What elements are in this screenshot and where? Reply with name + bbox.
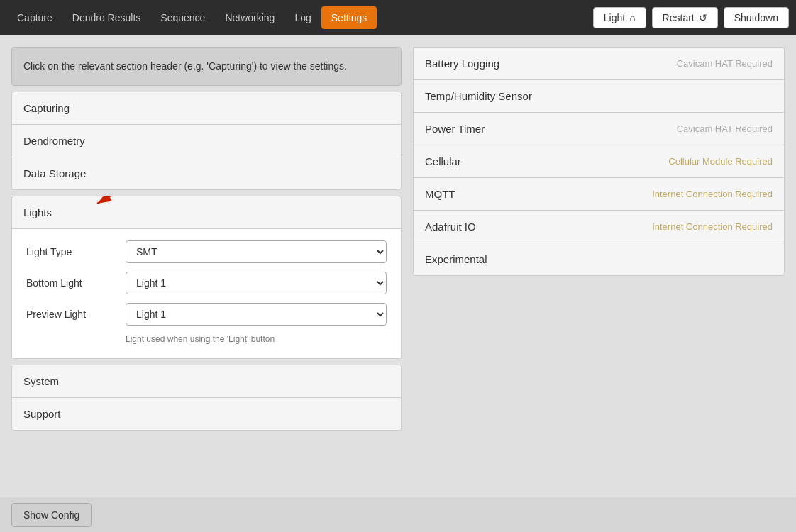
- bottom-light-label: Bottom Light: [26, 277, 126, 289]
- info-box: Click on the relevant section header (e.…: [11, 47, 402, 86]
- nav-item-settings[interactable]: Settings: [321, 6, 377, 29]
- mqtt-label: MQTT: [425, 188, 455, 200]
- restart-button[interactable]: Restart ↺: [652, 7, 718, 28]
- light-icon: ⌂: [629, 12, 635, 23]
- preview-light-select[interactable]: Light 1 Light 2 Light 3: [126, 303, 387, 326]
- preview-light-label: Preview Light: [26, 309, 126, 320]
- shutdown-label: Shutdown: [734, 12, 778, 23]
- svg-line-1: [97, 196, 197, 204]
- bottom-sections: System Support: [11, 365, 402, 431]
- lights-header[interactable]: Lights: [12, 196, 401, 229]
- light-type-row: Light Type SMT LED Halogen: [26, 240, 387, 263]
- section-power-timer[interactable]: Power Timer Cavicam HAT Required: [413, 112, 785, 145]
- experimental-label: Experimental: [425, 253, 487, 265]
- lights-label: Lights: [23, 206, 52, 218]
- section-data-storage[interactable]: Data Storage: [12, 157, 401, 189]
- light-label: Light: [604, 12, 625, 23]
- bottom-bar: Show Config: [0, 497, 796, 532]
- section-mqtt[interactable]: MQTT Internet Connection Required: [413, 177, 785, 210]
- top-sections: Capturing Dendrometry Data Storage: [11, 92, 402, 190]
- nav-item-networking[interactable]: Networking: [215, 6, 284, 29]
- light-type-label: Light Type: [26, 246, 126, 257]
- restart-icon: ↺: [699, 12, 707, 23]
- adafruit-io-req: Internet Connection Required: [652, 221, 773, 232]
- nav-item-sequence[interactable]: Sequence: [150, 6, 215, 29]
- bottom-light-row: Bottom Light Light 1 Light 2 Light 3: [26, 272, 387, 294]
- right-panel: Battery Logging Cavicam HAT Required Tem…: [413, 47, 785, 521]
- power-timer-req: Cavicam HAT Required: [677, 123, 773, 134]
- adafruit-io-label: Adafruit IO: [425, 221, 476, 233]
- section-cellular[interactable]: Cellular Cellular Module Required: [413, 145, 785, 177]
- main-container: Click on the relevant section header (e.…: [0, 35, 796, 532]
- cellular-req: Cellular Module Required: [668, 156, 773, 167]
- show-config-button[interactable]: Show Config: [11, 503, 92, 527]
- power-timer-label: Power Timer: [425, 123, 485, 135]
- left-panel: Click on the relevant section header (e.…: [11, 47, 402, 521]
- info-text: Click on the relevant section header (e.…: [23, 60, 347, 72]
- battery-logging-label: Battery Logging: [425, 57, 499, 70]
- light-type-select[interactable]: SMT LED Halogen: [126, 240, 387, 263]
- section-capturing[interactable]: Capturing: [12, 92, 401, 125]
- section-system[interactable]: System: [12, 365, 401, 398]
- battery-logging-req: Cavicam HAT Required: [677, 58, 773, 69]
- nav-item-dendro-results[interactable]: Dendro Results: [62, 6, 151, 29]
- shutdown-button[interactable]: Shutdown: [724, 7, 789, 28]
- restart-label: Restart: [663, 12, 695, 23]
- cellular-label: Cellular: [425, 155, 461, 167]
- nav-item-log[interactable]: Log: [284, 6, 321, 29]
- section-adafruit-io[interactable]: Adafruit IO Internet Connection Required: [413, 210, 785, 243]
- lights-body: Light Type SMT LED Halogen Bottom Light …: [12, 229, 401, 358]
- navbar: Capture Dendro Results Sequence Networki…: [0, 0, 796, 35]
- nav-item-capture[interactable]: Capture: [7, 6, 62, 29]
- section-dendrometry[interactable]: Dendrometry: [12, 125, 401, 157]
- section-temp-humidity[interactable]: Temp/Humidity Sensor: [413, 79, 785, 112]
- preview-light-hint: Light used when using the 'Light' button: [126, 334, 387, 344]
- section-support[interactable]: Support: [12, 398, 401, 430]
- section-experimental[interactable]: Experimental: [413, 243, 785, 276]
- temp-humidity-label: Temp/Humidity Sensor: [425, 90, 532, 102]
- section-battery-logging[interactable]: Battery Logging Cavicam HAT Required: [413, 47, 785, 79]
- mqtt-req: Internet Connection Required: [652, 189, 773, 199]
- light-button[interactable]: Light ⌂: [593, 7, 646, 28]
- bottom-light-select[interactable]: Light 1 Light 2 Light 3: [126, 272, 387, 294]
- show-config-label: Show Config: [23, 509, 79, 521]
- lights-section: Lights Light Type SMT LED: [11, 196, 402, 359]
- preview-light-row: Preview Light Light 1 Light 2 Light 3: [26, 303, 387, 326]
